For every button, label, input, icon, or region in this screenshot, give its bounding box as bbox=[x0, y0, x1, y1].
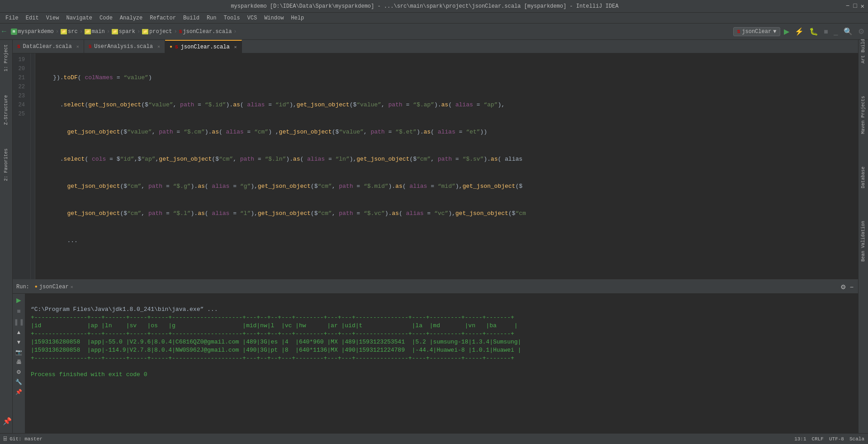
editor-area: S DataClear.scala ✕ S UserAnalysis.scala… bbox=[13, 40, 858, 433]
menu-item-run[interactable]: Run bbox=[203, 13, 220, 23]
status-git: ⌹ Git: master bbox=[4, 436, 43, 442]
pin-icon[interactable]: 📌 bbox=[3, 417, 12, 426]
screenshot-btn[interactable]: 📷 bbox=[14, 348, 23, 356]
breadcrumb-src[interactable]: src bbox=[68, 29, 78, 35]
run-content: ▶ ■ ❚❚ ▲ ▼ 📷 🖶 ⚙ 🔧 📌 “C:\Program Files\J… bbox=[13, 294, 858, 433]
run-separator3: +---------------+---+------+-----+-----+… bbox=[31, 355, 514, 362]
breadcrumb-spark[interactable]: spark bbox=[119, 29, 135, 35]
code-editor[interactable]: 19 20 21 22 23 24 25 }).toDF( colNames =… bbox=[13, 53, 858, 279]
status-bar: ⌹ Git: master 13:1 CRLF UTF-8 Scala bbox=[0, 433, 868, 444]
run-config-selector[interactable]: S jsonClear ▼ bbox=[733, 27, 781, 36]
debug-button[interactable]: 🐛 bbox=[807, 26, 820, 37]
run-tab-dot: ● bbox=[35, 284, 38, 289]
run-panel-settings[interactable]: ⚙ bbox=[840, 282, 847, 291]
breadcrumb: m mysparkdemo › 📁 src › 📁 main › 📁 spark… bbox=[7, 29, 732, 35]
code-line-21: get_json_object($“value”, path = “$.cm”)… bbox=[39, 128, 854, 137]
title-text: mysparkdemo [D:\IDEA\Data\Spark\mysparkd… bbox=[4, 3, 846, 10]
code-line-22: .select( cols = $“id”,$“ap”,get_json_obj… bbox=[39, 155, 854, 164]
main-folder: 📁 bbox=[85, 29, 91, 34]
code-content[interactable]: }).toDF( colNames = “value”) .select(get… bbox=[35, 53, 858, 279]
code-line-20: .select(get_json_object($“value”, path =… bbox=[39, 100, 854, 110]
run-header-row: |id |ap |ln |sv |os |g |mid|nw|l |vc |hw… bbox=[31, 322, 518, 329]
search-everywhere[interactable]: 🔍 bbox=[842, 26, 854, 37]
editor-tabs: S DataClear.scala ✕ S UserAnalysis.scala… bbox=[13, 40, 858, 53]
maximize-btn[interactable]: □ bbox=[853, 2, 857, 10]
sidebar-structure[interactable]: Z-Structure bbox=[4, 92, 9, 128]
menu-item-help[interactable]: Help bbox=[287, 13, 308, 23]
toolbar-right: S jsonClear ▼ ▶ ⚡ 🐛 ■ ⎯ 🔍 ⚙ bbox=[733, 26, 866, 37]
stop-button[interactable]: ■ bbox=[16, 306, 21, 315]
run-separator2: +---------------+---+------+-----+-----+… bbox=[31, 330, 514, 337]
tab-jsonclear-icon: S bbox=[175, 44, 178, 50]
tab-jsonclear-dot: ● bbox=[170, 44, 172, 49]
coverage-button[interactable]: ■ bbox=[822, 27, 830, 37]
spark-folder: 📁 bbox=[112, 29, 118, 34]
run-panel-minimize[interactable]: − bbox=[849, 282, 854, 291]
scroll-down-btn[interactable]: ▼ bbox=[15, 338, 23, 346]
run-cmd-line: “C:\Program Files\Java\jdk1.8.0_241\bin\… bbox=[31, 306, 218, 313]
status-left: ⌹ Git: master bbox=[4, 436, 43, 442]
code-line-19: }).toDF( colNames = “value”) bbox=[39, 73, 854, 82]
status-lang: Scala bbox=[849, 436, 864, 442]
menu-item-tools[interactable]: Tools bbox=[220, 13, 244, 23]
menu-bar: FileEditViewNavigateCodeAnalyzeRefactorB… bbox=[0, 13, 868, 24]
run-separator1: +---------------+---+------+-----+-----+… bbox=[31, 314, 514, 321]
pin-btn[interactable]: 📌 bbox=[14, 388, 23, 396]
back-icon[interactable]: ← bbox=[2, 28, 6, 36]
tab-jsonclear[interactable]: ● S jsonClear.scala ✕ bbox=[165, 40, 242, 53]
menu-item-edit[interactable]: Edit bbox=[22, 13, 43, 23]
minimize-btn[interactable]: − bbox=[846, 2, 849, 10]
close-btn[interactable]: ✕ bbox=[861, 2, 864, 10]
settings-button[interactable]: ⚙ bbox=[856, 26, 866, 37]
run-left-controls: ▶ ■ ❚❚ ▲ ▼ 📷 🖶 ⚙ 🔧 📌 bbox=[13, 294, 25, 433]
right-panel-art-build[interactable]: Art Build bbox=[861, 40, 866, 66]
menu-item-navigate[interactable]: Navigate bbox=[62, 13, 96, 23]
breadcrumb-main[interactable]: main bbox=[92, 29, 105, 35]
breadcrumb-proj[interactable]: project bbox=[149, 29, 172, 35]
status-line-col: 13:1 bbox=[794, 436, 806, 442]
right-panel-maven[interactable]: Maven Projects bbox=[861, 93, 866, 137]
pause-button[interactable]: ❚❚ bbox=[13, 317, 25, 326]
tab-dataclear-icon: S bbox=[17, 44, 20, 49]
run-config-icon: S bbox=[737, 29, 740, 34]
menu-item-vcs[interactable]: VCS bbox=[244, 13, 261, 23]
run-data-row2: |1593136280858 |app|-114.9|V2.7.8|8.0.4|… bbox=[31, 347, 521, 353]
right-sidebar: Art Build Maven Projects Database Bean V… bbox=[858, 40, 868, 433]
status-crlf: CRLF bbox=[812, 436, 824, 442]
menu-item-file[interactable]: File bbox=[2, 13, 22, 23]
tab-dataclear-close[interactable]: ✕ bbox=[76, 44, 79, 49]
sidebar-project[interactable]: 1: Project bbox=[4, 42, 9, 74]
menu-item-build[interactable]: Build bbox=[180, 13, 203, 23]
right-panel-bean[interactable]: Bean Validation bbox=[861, 218, 866, 264]
scroll-up-btn[interactable]: ▲ bbox=[15, 328, 23, 336]
settings-btn2[interactable]: ⚙ bbox=[15, 368, 22, 376]
window-controls[interactable]: − □ ✕ bbox=[846, 2, 864, 10]
tools-btn[interactable]: 🔧 bbox=[14, 378, 23, 386]
sidebar-favorites[interactable]: 2: Favorites bbox=[4, 146, 9, 184]
menu-item-refactor[interactable]: Refactor bbox=[146, 13, 180, 23]
run-tab-close[interactable]: ✕ bbox=[71, 284, 73, 290]
print-btn[interactable]: 🖶 bbox=[15, 358, 23, 366]
build-button[interactable]: ⚡ bbox=[793, 26, 806, 37]
tab-useranalysis-close[interactable]: ✕ bbox=[157, 44, 160, 49]
toolbar: ← m mysparkdemo › 📁 src › 📁 main › 📁 spa… bbox=[0, 24, 868, 40]
tab-useranalysis[interactable]: S UserAnalysis.scala ✕ bbox=[84, 40, 165, 53]
scala-file-icon: S bbox=[179, 29, 182, 34]
rerun-button[interactable]: ▶ bbox=[15, 296, 22, 305]
run-panel: Run: ● jsonClear ✕ ⚙ − ▶ ■ ❚❚ ▲ ▼ bbox=[13, 279, 858, 433]
main-content: 1: Project Z-Structure 2: Favorites 📌 S … bbox=[0, 40, 868, 433]
breadcrumb-file[interactable]: jsonClear.scala bbox=[183, 29, 232, 35]
tab-jsonclear-close[interactable]: ✕ bbox=[234, 44, 237, 50]
run-config-label: jsonClear bbox=[742, 29, 771, 35]
menu-item-view[interactable]: View bbox=[43, 13, 63, 23]
menu-item-analyze[interactable]: Analyze bbox=[116, 13, 146, 23]
title-bar: mysparkdemo [D:\IDEA\Data\Spark\mysparkd… bbox=[0, 0, 868, 13]
run-button[interactable]: ▶ bbox=[782, 26, 791, 37]
tab-dataclear[interactable]: S DataClear.scala ✕ bbox=[13, 40, 84, 53]
menu-item-code[interactable]: Code bbox=[96, 13, 116, 23]
profile-button[interactable]: ⎯ bbox=[832, 27, 840, 37]
menu-item-window[interactable]: Window bbox=[261, 13, 287, 23]
breadcrumb-project[interactable]: mysparkdemo bbox=[18, 29, 54, 35]
right-panel-database[interactable]: Database bbox=[861, 164, 866, 191]
run-tab-jsonclear[interactable]: ● jsonClear ✕ bbox=[35, 284, 73, 290]
